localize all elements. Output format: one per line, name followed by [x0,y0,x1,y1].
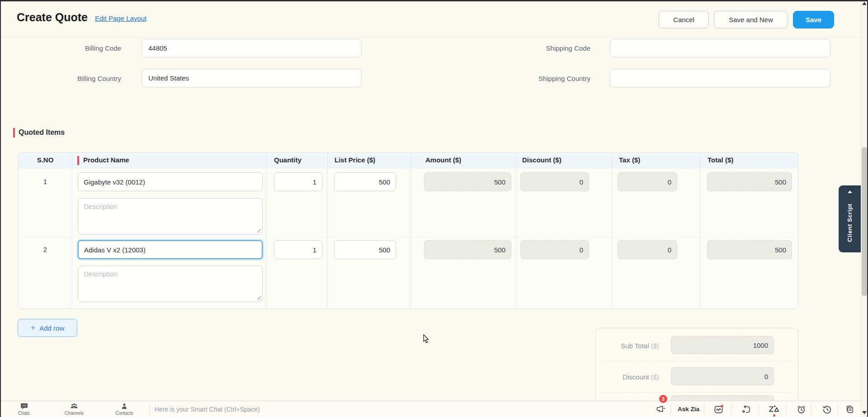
smart-chat-input[interactable] [154,404,470,414]
total-input [707,172,792,191]
channels-icon [70,403,78,410]
scroll-down-arrow[interactable] [862,411,867,414]
billing-country-label: Billing Country [44,75,121,82]
dock-divider [811,404,811,415]
announcement-icon[interactable] [654,404,668,415]
ask-zia-button[interactable]: Ask Zia [675,406,702,412]
dock-item-channels[interactable]: Channels [60,402,88,417]
dock-item-contacts[interactable]: Contacts [111,402,137,417]
billing-code-input[interactable] [142,39,362,57]
mouse-cursor [423,334,430,346]
sub-total-input [671,336,774,354]
col-header-list-price: List Price ($) [335,156,375,164]
shipping-country-input[interactable] [610,69,830,87]
channels-label: Channels [65,411,84,416]
list-price-input[interactable] [334,172,396,191]
col-header-product: Product Name [83,156,129,164]
window-top-edge [0,0,868,1]
tax-input[interactable] [618,240,677,259]
column-divider [410,153,411,308]
chats-label: Chats [18,411,30,416]
cancel-button[interactable]: Cancel [659,11,709,28]
table-header-row [19,153,798,168]
add-row-label: Add row [39,324,64,332]
discount-total-unit: ($) [651,373,659,381]
shipping-code-label: Shipping Code [514,44,590,52]
save-button[interactable]: Save [793,11,834,28]
add-row-button[interactable]: + Add row [18,319,77,337]
amount-input [424,172,511,191]
product-name-input[interactable] [78,172,263,191]
column-divider [72,153,72,308]
bottom-dock-bar: Chats Channels Contacts Ask Zia [0,401,861,417]
alarm-clock-icon[interactable] [795,404,807,415]
quoted-items-table: S.NO Product Name Quantity List Price ($… [18,152,798,309]
dock-divider [149,403,150,416]
dock-divider [838,404,838,415]
clipboard-icon[interactable] [844,404,856,415]
chats-icon [20,403,28,410]
column-divider [700,153,700,308]
dock-divider [670,404,671,415]
quantity-input[interactable] [274,172,322,191]
list-price-input[interactable] [334,240,396,259]
section-accent-bar [13,128,15,137]
discount-input[interactable] [520,172,589,191]
create-quote-page: Create Quote Edit Page Layout Cancel Sav… [0,0,868,417]
shipping-code-input[interactable] [610,39,830,57]
client-script-tab[interactable]: Client Script [839,185,861,252]
plus-icon: + [31,324,36,332]
zia-insights-icon[interactable] [712,404,725,415]
dock-divider [759,404,759,415]
billing-code-label: Billing Code [44,44,121,52]
dock-divider [704,404,704,415]
col-header-discount: Discount ($) [522,156,561,164]
edit-page-layout-link[interactable]: Edit Page Layout [95,14,146,22]
notification-dot [773,414,775,417]
description-textarea[interactable] [78,198,263,235]
sub-total-unit: ($) [651,342,659,350]
scrollbar-thumb[interactable] [862,147,867,296]
notification-badge: 3 [659,395,667,403]
quantity-input[interactable] [274,240,322,259]
required-accent-bar [77,156,79,165]
description-textarea[interactable] [78,265,263,302]
product-name-input-focused[interactable] [78,240,263,259]
notification-dot [721,405,723,407]
dock-divider [731,404,731,415]
scroll-up-arrow[interactable] [862,2,867,5]
quoted-items-section-title: Quoted Items [19,128,65,137]
client-script-tab-label: Client Script [839,196,861,250]
discount-input[interactable] [520,240,589,259]
column-divider [266,153,267,308]
zia-logo-icon[interactable] [767,403,781,415]
window-left-edge [0,0,1,417]
col-header-total: Total ($) [708,156,733,164]
save-and-new-button[interactable]: Save and New [714,11,788,28]
billing-country-input[interactable] [142,69,362,87]
page-header: Create Quote Edit Page Layout Cancel Sav… [0,0,868,37]
tax-input[interactable] [618,172,677,191]
dock-divider [786,404,786,415]
amount-input [424,240,511,259]
sub-total-label: Sub Total [621,342,649,350]
column-divider [327,153,328,308]
page-title: Create Quote [17,11,88,24]
row-divider [19,237,798,237]
discount-total-input[interactable] [671,367,774,385]
row-number: 1 [19,178,72,185]
history-icon[interactable] [821,404,833,415]
total-input [707,240,792,259]
loop-icon[interactable] [740,404,752,415]
column-divider [516,153,517,308]
dock-item-chats[interactable]: Chats [11,402,37,417]
shipping-country-label: Shipping Country [514,75,590,82]
contacts-icon [121,403,127,410]
summary-divider [601,361,793,361]
discount-total-label: Discount [623,373,649,381]
column-divider [612,153,612,308]
col-header-sno: S.NO [19,156,72,164]
col-header-tax: Tax ($) [619,156,640,164]
col-header-quantity: Quantity [274,156,302,164]
col-header-amount: Amount ($) [425,156,461,164]
